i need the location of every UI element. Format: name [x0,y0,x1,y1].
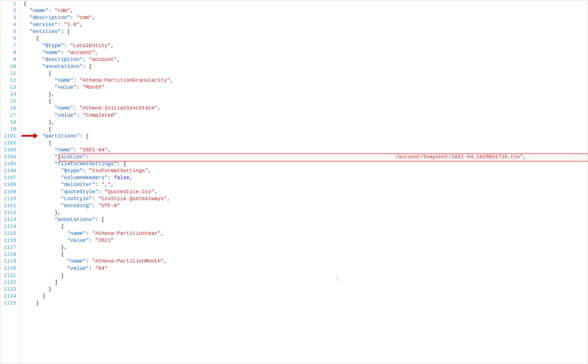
code-line: } [23,272,588,279]
code-line: "columnHeaders": false, [23,174,588,181]
line-number: 6 [0,35,16,42]
line-number: 1102 [0,140,16,146]
code-line: "entities": [ [23,28,588,35]
line-number: 9 [0,56,16,63]
line-number: 1111 [0,202,16,209]
code-line: "name": "Athena:InitialSyncState", [23,105,588,112]
code-line: "location": /account/Snapshot/2021-04_16… [23,153,588,160]
code-line: { [23,126,588,133]
line-number: 19 [0,126,16,133]
code-line: { [23,140,588,146]
line-number: 17 [0,112,16,119]
line-number: 1121 [0,272,16,279]
line-number: 1117 [0,244,16,251]
line-number: 1 [0,0,16,7]
code-line: "quoteStyle": "QuoteStyle.Csv", [23,188,588,195]
code-line: }, [23,244,588,251]
code-line: "annotations": [ [23,63,588,70]
line-number: 1110 [0,195,16,202]
line-number-gutter: 1234567891011121314151617181911011102110… [0,0,21,364]
line-number: 18 [0,119,16,126]
line-number: 1124 [0,293,16,300]
code-line: }, [23,119,588,126]
line-number: 1116 [0,237,16,244]
code-line: "description": "cdm", [23,14,588,21]
code-editor[interactable]: 1234567891011121314151617181911011102110… [0,0,588,364]
line-number: 1123 [0,286,16,293]
callout-arrow [22,135,34,137]
code-line: "value": "Completed" [23,112,588,119]
line-number: 16 [0,105,16,112]
code-line: { [23,98,588,105]
code-line: { [23,35,588,42]
code-line: "$type": "CsvFormatSettings", [23,167,588,174]
line-number: 1113 [0,216,16,223]
line-number: 3 [0,14,16,21]
line-number: 4 [0,21,16,28]
line-number: 13 [0,84,16,91]
code-line: }, [23,91,588,98]
line-number: 10 [0,63,16,70]
line-number: 1125 [0,300,16,307]
line-number: 1104 [0,153,16,160]
code-line: { [23,223,588,230]
code-line: "encoding": "UTF-8" [23,202,588,209]
code-line: "value": "04" [23,265,588,272]
code-line: "name": "account", [23,49,588,56]
code-line: "value": "2021" [23,237,588,244]
code-line: { [23,70,588,77]
line-number: 1109 [0,188,16,195]
line-number: 11 [0,70,16,77]
line-number: 1118 [0,251,16,258]
line-number: 8 [0,49,16,56]
line-number: 14 [0,91,16,98]
line-number: 1108 [0,181,16,188]
code-line: "$type": "LocalEntity", [23,42,588,49]
code-line: ] [23,293,588,300]
code-line: "name": "cdm", [23,7,588,14]
line-number: 1107 [0,174,16,181]
redacted-location-path [92,154,395,159]
text-cursor [337,276,337,281]
code-line: "annotations": [ [23,216,588,223]
code-line: "name": "Athena:PartitionGranularity", [23,77,588,84]
code-line: "value": "Month" [23,84,588,91]
code-content[interactable]: { "name": "cdm", "description": "cdm", "… [21,0,588,364]
code-line: "name": "2021-04", [23,146,588,153]
code-line: "partitions": [ [23,133,588,140]
line-number: 5 [0,28,16,35]
code-line: "name": "Athena:PartitionMonth", [23,258,588,265]
line-number: 7 [0,42,16,49]
code-line: { [23,251,588,258]
code-line: "description": "account", [23,56,588,63]
line-number: 1112 [0,209,16,216]
line-number: 1101 [0,133,16,140]
line-number: 1114 [0,223,16,230]
line-number: 1103 [0,146,16,153]
line-number: 1119 [0,258,16,265]
code-line: ] [23,279,588,286]
code-line: "fileFormatSettings": { [23,160,588,167]
code-line: "delimiter": ",", [23,181,588,188]
line-number: 12 [0,77,16,84]
line-number: 1122 [0,279,16,286]
line-number: 1105 [0,160,16,167]
code-line: { [23,0,588,7]
code-line: "csvStyle": "CsvStyle.QuoteAlways", [23,195,588,202]
line-number: 1115 [0,230,16,237]
code-line: } [23,300,588,307]
code-line: "version": "1.0", [23,21,588,28]
line-number: 15 [0,98,16,105]
line-number: 1106 [0,167,16,174]
code-line: "name": "Athena:PartitionYear", [23,230,588,237]
code-line: } [23,286,588,293]
line-number: 2 [0,7,16,14]
line-number: 1120 [0,265,16,272]
code-line: }, [23,209,588,216]
